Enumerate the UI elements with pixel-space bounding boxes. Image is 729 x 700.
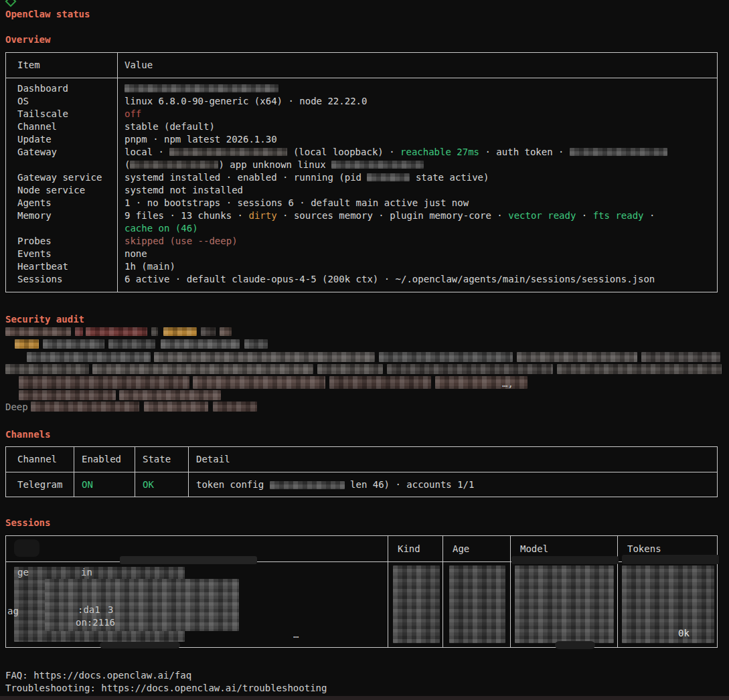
sessions-table: Key Kind Age Model Tokens ge in ag :da1 … bbox=[5, 535, 718, 648]
channel-name: Telegram bbox=[6, 472, 74, 497]
redacted-text bbox=[329, 376, 431, 389]
redacted-text bbox=[119, 390, 221, 400]
redacted-text bbox=[5, 327, 71, 336]
redacted-text bbox=[144, 402, 208, 412]
memory-vector-label: vector ready bbox=[508, 210, 576, 221]
redacted-text bbox=[570, 148, 667, 156]
overview-value-agents: 1 · no bootstraps · sessions 6 · default… bbox=[125, 197, 717, 209]
overview-value-tailscale: off bbox=[125, 108, 717, 120]
overview-item-sessions: Sessions bbox=[17, 273, 117, 286]
channel-detail-prefix: token config bbox=[196, 478, 264, 491]
channel-detail-suffix: len 46) · accounts 1/1 bbox=[350, 478, 474, 491]
redacted-text bbox=[15, 339, 39, 349]
redacted-text bbox=[387, 364, 553, 374]
overview-item-node-service: Node service bbox=[17, 184, 117, 197]
troubleshooting-url[interactable]: https://docs.openclaw.ai/troubleshooting bbox=[101, 683, 327, 693]
redacted-text bbox=[517, 352, 637, 362]
overview-item-channel: Channel bbox=[17, 120, 117, 133]
overview-item-gateway: Gateway bbox=[17, 146, 117, 159]
redaction-scribble bbox=[511, 556, 619, 564]
gateway-service-label: systemd installed · enabled · running (p… bbox=[125, 172, 361, 183]
channels-header-enabled: Enabled bbox=[74, 447, 135, 472]
troubleshooting-line: Troubleshooting: https://docs.openclaw.a… bbox=[5, 682, 327, 695]
redacted-text bbox=[45, 579, 239, 631]
redacted-text bbox=[449, 565, 505, 643]
redaction-fragment-deep: Deep bbox=[5, 401, 28, 414]
spacer-line bbox=[17, 222, 117, 235]
overview-value-node-service: systemd not installed bbox=[125, 184, 717, 197]
overview-item-probes: Probes bbox=[17, 235, 117, 248]
overview-value-gateway-2: () app unknown linux bbox=[125, 159, 717, 171]
memory-fts-label: fts ready bbox=[593, 210, 644, 221]
terminal-screen: OpenClaw status Overview Item Value Dash… bbox=[0, 0, 729, 700]
session-fragment: 3 bbox=[108, 604, 113, 616]
redacted-text bbox=[19, 376, 189, 389]
channels-table-header: Channel Enabled State Detail bbox=[6, 447, 717, 472]
faq-line: FAQ: https://docs.openclaw.ai/faq bbox=[5, 669, 191, 682]
overview-value-os: linux 6.8.0-90-generic (x64) · node 22.2… bbox=[125, 95, 717, 108]
redacted-text bbox=[393, 565, 440, 643]
redacted-text bbox=[86, 327, 147, 336]
redaction-scribble bbox=[555, 641, 595, 649]
redacted-text bbox=[75, 327, 83, 336]
sessions-heading: Sessions bbox=[5, 517, 50, 529]
channels-header-detail: Detail bbox=[189, 447, 717, 472]
session-fragment: ge bbox=[17, 566, 29, 579]
redacted-text bbox=[220, 327, 232, 336]
redacted-text bbox=[31, 402, 139, 412]
separator-dot: · bbox=[649, 210, 655, 221]
session-fragment: ag bbox=[7, 605, 19, 618]
separator-dot: · bbox=[582, 210, 587, 221]
overview-item-heartbeat: Heartbeat bbox=[17, 260, 117, 273]
channels-header-state: State bbox=[135, 447, 189, 472]
channels-heading: Channels bbox=[5, 428, 50, 441]
overview-value-gateway-1: local · (local loopback) · reachable 27m… bbox=[125, 146, 717, 159]
gateway-reachable-label: reachable 27ms bbox=[400, 147, 479, 157]
overview-item-agents: Agents bbox=[17, 197, 117, 209]
session-fragment: in bbox=[81, 566, 92, 579]
redacted-text bbox=[317, 364, 383, 374]
redacted-text bbox=[270, 481, 345, 489]
redacted-text bbox=[213, 402, 257, 412]
column-divider bbox=[442, 536, 443, 647]
overview-item-gateway-service: Gateway service bbox=[17, 171, 117, 184]
redacted-text bbox=[622, 565, 714, 643]
overview-heading: Overview bbox=[5, 33, 50, 46]
sessions-header-age: Age bbox=[442, 536, 510, 561]
redacted-text bbox=[151, 327, 158, 336]
overview-value-events: none bbox=[125, 248, 717, 260]
channels-header-channel: Channel bbox=[6, 447, 74, 472]
memory-dirty-label: dirty bbox=[248, 210, 276, 221]
gateway-paren: ( bbox=[125, 159, 130, 170]
redaction-scribble bbox=[100, 642, 180, 648]
redaction-fragment: …, bbox=[502, 377, 513, 390]
bottom-edge-bar bbox=[0, 696, 729, 700]
channel-detail: token config len 46) · accounts 1/1 bbox=[189, 472, 717, 497]
channel-state-badge: OK bbox=[135, 472, 189, 497]
overview-value-memory-2: cache on (46) bbox=[125, 222, 717, 235]
redacted-text bbox=[641, 352, 720, 362]
redaction-scribble bbox=[120, 556, 257, 564]
page-title: OpenClaw status bbox=[5, 8, 90, 21]
overview-item-os: OS bbox=[17, 95, 117, 108]
redacted-text bbox=[43, 339, 104, 349]
overview-value-gateway-service: systemd installed · enabled · running (p… bbox=[125, 171, 717, 184]
overview-value-heartbeat: 1h (main) bbox=[125, 260, 717, 273]
security-audit-redacted-block: …, Deep bbox=[0, 326, 729, 416]
faq-url[interactable]: https://docs.openclaw.ai/faq bbox=[33, 670, 191, 681]
gateway-local-label: local · bbox=[125, 147, 164, 157]
spacer-line bbox=[17, 159, 117, 171]
gateway-loopback-label: (local loopback) · bbox=[293, 147, 395, 157]
overview-value-channel: stable (default) bbox=[125, 120, 717, 133]
redacted-text bbox=[193, 376, 325, 389]
overview-header-item: Item bbox=[6, 53, 118, 78]
channels-table: Channel Enabled State Detail Telegram ON… bbox=[5, 446, 718, 497]
redacted-text bbox=[169, 148, 287, 156]
overview-item-dashboard: Dashboard bbox=[17, 82, 117, 95]
redaction-scribble bbox=[622, 555, 719, 564]
overview-value-column: linux 6.8.0-90-generic (x64) · node 22.2… bbox=[118, 78, 717, 292]
security-audit-heading: Security audit bbox=[5, 313, 84, 326]
session-fragment: 0k bbox=[678, 627, 690, 640]
redacted-text bbox=[125, 84, 278, 92]
session-fragment: on:2116 bbox=[76, 616, 115, 629]
